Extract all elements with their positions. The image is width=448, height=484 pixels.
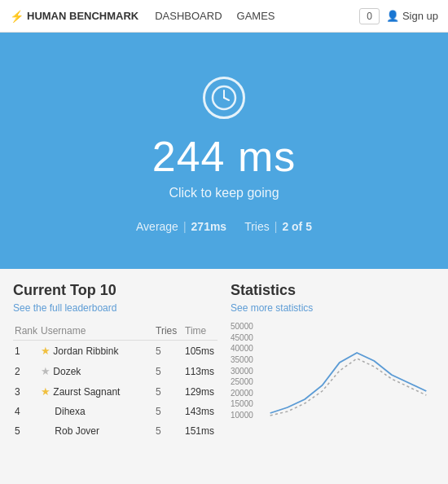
leaderboard-body: 1 ★ Jordan Ribbink 5 105ms 2 ★ Dozek 5 1…: [13, 341, 217, 442]
cell-time: 151ms: [183, 421, 217, 441]
bolt-icon: ⚡: [10, 10, 24, 23]
bottom-section: Current Top 10 See the full leaderboard …: [0, 269, 448, 454]
signup-button[interactable]: 👤 Sign up: [386, 10, 438, 22]
table-row: 5 Rob Jover 5 151ms: [13, 421, 217, 441]
cell-rank: 2: [13, 361, 39, 381]
cell-username: Dihexa: [39, 402, 154, 421]
brand-name: HUMAN BENCHMARK: [27, 10, 138, 22]
cell-tries: 5: [154, 341, 183, 362]
y-label: 35000: [231, 355, 258, 364]
y-label: 25000: [231, 377, 258, 386]
cell-username: ★ Jordan Ribbink: [39, 341, 154, 362]
cell-tries: 5: [154, 381, 183, 402]
nav-right: 0 👤 Sign up: [359, 8, 438, 24]
games-link[interactable]: GAMES: [237, 10, 275, 22]
col-username: Username: [39, 322, 154, 341]
cell-username: ★ Zaurst Sagnant: [39, 381, 154, 402]
stats-row: Average | 271ms Tries | 2 of 5: [136, 220, 312, 233]
statistics-panel: Statistics See more statistics 500004500…: [231, 282, 435, 441]
chart-canvas: [261, 322, 435, 420]
y-label: 15000: [231, 399, 258, 408]
table-row: 3 ★ Zaurst Sagnant 5 129ms: [13, 381, 217, 402]
statistics-title: Statistics: [231, 282, 435, 299]
statistics-link[interactable]: See more statistics: [231, 302, 435, 314]
y-label: 10000: [231, 411, 258, 420]
cell-rank: 4: [13, 402, 39, 421]
signup-label: Sign up: [402, 10, 438, 22]
divider3: |: [275, 220, 278, 233]
navbar: ⚡ HUMAN BENCHMARK DASHBOARD GAMES 0 👤 Si…: [0, 0, 448, 33]
cell-username: Rob Jover: [39, 421, 154, 441]
nav-links: DASHBOARD GAMES: [155, 10, 359, 22]
chart-area: 5000045000400003500030000250002000015000…: [231, 322, 435, 420]
leaderboard-table: Rank Username Tries Time 1 ★ Jordan Ribb…: [13, 322, 217, 441]
col-time: Time: [183, 322, 217, 341]
y-label: 30000: [231, 367, 258, 376]
table-row: 4 Dihexa 5 143ms: [13, 402, 217, 421]
chart-y-labels: 5000045000400003500030000250002000015000…: [231, 322, 261, 420]
cell-rank: 5: [13, 421, 39, 441]
average-value: 271ms: [191, 220, 227, 233]
leaderboard-link[interactable]: See the full leaderboard: [13, 302, 217, 314]
cell-tries: 5: [154, 421, 183, 441]
cell-time: 129ms: [183, 381, 217, 402]
y-label: 40000: [231, 344, 258, 353]
cell-rank: 1: [13, 341, 39, 362]
cell-time: 113ms: [183, 361, 217, 381]
average-label: Average: [136, 220, 178, 233]
dashboard-link[interactable]: DASHBOARD: [155, 10, 222, 22]
table-header-row: Rank Username Tries Time: [13, 322, 217, 341]
cell-time: 105ms: [183, 341, 217, 362]
y-label: 45000: [231, 333, 258, 342]
cell-tries: 5: [154, 361, 183, 381]
cell-username: ★ Dozek: [39, 361, 154, 381]
brand: ⚡ HUMAN BENCHMARK: [10, 10, 138, 23]
cta-text: Click to keep going: [169, 186, 279, 200]
star-icon: ★: [41, 365, 51, 377]
col-tries: Tries: [154, 322, 183, 341]
table-row: 2 ★ Dozek 5 113ms: [13, 361, 217, 381]
y-label: 50000: [231, 322, 258, 331]
user-icon: 👤: [386, 10, 399, 22]
clock-svg: [210, 84, 238, 112]
y-label: 20000: [231, 389, 258, 398]
cell-rank: 3: [13, 381, 39, 402]
chart-svg: [261, 322, 435, 420]
leaderboard-title: Current Top 10: [13, 282, 217, 299]
hero-section[interactable]: 244 ms Click to keep going Average | 271…: [0, 33, 448, 269]
score-badge: 0: [359, 8, 380, 24]
table-row: 1 ★ Jordan Ribbink 5 105ms: [13, 341, 217, 362]
leaderboard-panel: Current Top 10 See the full leaderboard …: [13, 282, 217, 441]
tries-value: 2 of 5: [282, 220, 312, 233]
cell-tries: 5: [154, 402, 183, 421]
divider1: |: [183, 220, 187, 233]
star-icon: ★: [41, 345, 51, 357]
svg-line-2: [224, 98, 229, 100]
tries-label: Tries: [244, 220, 270, 233]
result-display: 244 ms: [152, 132, 296, 181]
star-icon: ★: [41, 385, 51, 398]
col-rank: Rank: [13, 322, 39, 341]
clock-icon: [203, 77, 245, 119]
cell-time: 143ms: [183, 402, 217, 421]
